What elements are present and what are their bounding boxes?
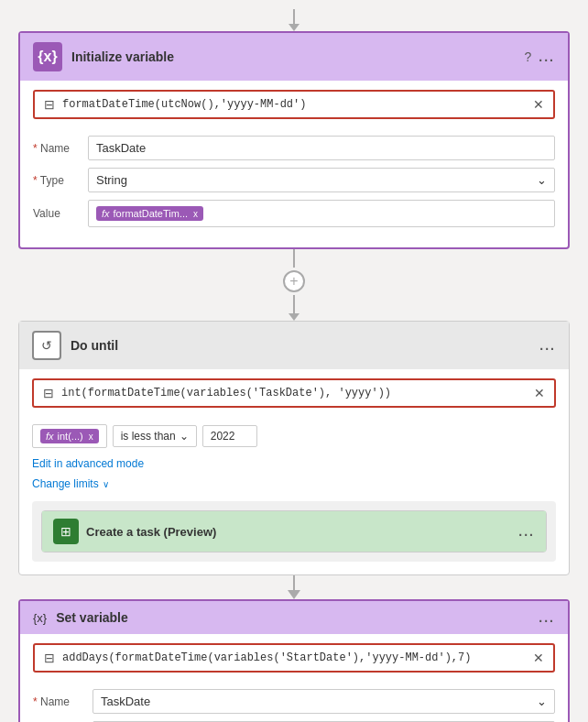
set-var-name-value: TaskDate [101, 695, 150, 708]
create-task-card: ⊞ Create a task (Preview) ... [41, 510, 547, 552]
create-task-icon: ⊞ [53, 519, 79, 544]
set-var-header-icons: ... [539, 610, 555, 625]
top-connector [289, 9, 299, 31]
do-until-icon: ↺ [32, 331, 61, 360]
do-until-card: ↺ Do until ... ⊟ int(formatDateTime(vari… [18, 321, 570, 575]
init-var-header-icons: ? ... [525, 49, 555, 64]
init-var-type-row: Type String ⌄ [33, 168, 555, 192]
cond-operator-select[interactable]: is less than ⌄ [113, 425, 197, 447]
set-var-name-select[interactable]: TaskDate ⌄ [93, 689, 555, 714]
grid-icon: ⊞ [60, 524, 71, 539]
cond-fx-text: int(...) [58, 431, 83, 442]
fx-icon: fx [102, 208, 110, 219]
init-var-title: Initialize variable [71, 49, 516, 64]
init-var-value-label: Value [33, 207, 79, 220]
create-task-header-icons: ... [518, 524, 535, 539]
set-var-body: Name TaskDate ⌄ Value fx addDays(...) x [20, 682, 568, 722]
change-limits-link[interactable]: Change limits [32, 477, 99, 490]
do-until-title: Do until [71, 338, 530, 353]
set-var-title: Set variable [56, 610, 529, 625]
cond-fx-tag: fx int(...) x [40, 429, 99, 443]
set-var-header: {x} Set variable ... [20, 601, 568, 634]
init-var-type-select[interactable]: String ⌄ [88, 168, 555, 192]
init-var-name-row: Name [33, 136, 555, 160]
cond-fx-close[interactable]: x [89, 432, 93, 442]
init-var-type-value: String [96, 173, 127, 187]
cond-value-input[interactable]: 2022 [202, 425, 257, 447]
init-var-expr-text: formatDateTime(utcNow(),'yyyy-MM-dd') [62, 98, 306, 111]
init-var-fx-close[interactable]: x [193, 209, 198, 219]
do-until-header: ↺ Do until ... [19, 322, 569, 369]
expr-icon: ⊟ [44, 97, 55, 112]
init-var-fx-text: formatDateTim... [114, 208, 189, 219]
init-var-value-row: Value fx formatDateTim... x [33, 200, 555, 227]
set-var-expr-badge: ⊟ addDays(formatDateTime(variables('Star… [33, 643, 555, 673]
set-var-expr-icon: ⊟ [44, 651, 55, 665]
init-var-value-box: fx formatDateTim... x [88, 200, 555, 227]
condition-row: fx int(...) x is less than ⌄ 2022 [19, 417, 569, 455]
edit-advanced-link[interactable]: Edit in advanced mode [19, 455, 569, 474]
cond-chevron-icon: ⌄ [180, 430, 189, 443]
do-until-expr-badge: ⊟ int(formatDateTime(variables('TaskDate… [32, 378, 556, 408]
init-var-type-label: Type [33, 174, 79, 187]
cond-left-value: fx int(...) x [32, 424, 107, 448]
change-limits-row: Change limits ∨ [19, 474, 569, 501]
cond-fx-icon: fx [46, 431, 54, 442]
create-task-header: ⊞ Create a task (Preview) ... [42, 511, 546, 552]
do-until-inner: ⊞ Create a task (Preview) ... [32, 501, 556, 562]
set-var-name-chevron: ⌄ [537, 695, 547, 708]
init-var-header: {x} Initialize variable ? ... [20, 33, 568, 81]
set-variable-card: {x} Set variable ... ⊟ addDays(formatDat… [18, 599, 570, 722]
do-until-dots-menu[interactable]: ... [539, 338, 556, 353]
init-var-help-icon[interactable]: ? [525, 49, 532, 64]
set-var-dots-menu[interactable]: ... [539, 610, 555, 625]
set-var-expr-close[interactable]: ✕ [533, 651, 544, 665]
do-until-expr-text: int(formatDateTime(variables('TaskDate')… [61, 387, 391, 399]
create-task-dots-menu[interactable]: ... [518, 524, 535, 539]
init-var-body: Name Type String ⌄ Value fx formatDateTi… [20, 128, 568, 247]
flow-container: {x} Initialize variable ? ... ⊟ formatDa… [0, 0, 588, 722]
big-arrow-connector [288, 575, 300, 599]
init-var-icon: {x} [33, 42, 62, 71]
set-var-icon: {x} [33, 611, 47, 625]
plus-button[interactable]: + [283, 270, 305, 292]
change-limits-chevron: ∨ [103, 479, 109, 489]
do-until-expr-close[interactable]: ✕ [534, 386, 545, 400]
init-var-dots-menu[interactable]: ... [539, 49, 555, 64]
do-until-expr-icon: ⊟ [43, 386, 54, 400]
init-var-expr-close[interactable]: ✕ [533, 97, 544, 112]
init-var-name-label: Name [33, 142, 79, 155]
init-var-expr-badge: ⊟ formatDateTime(utcNow(),'yyyy-MM-dd') … [33, 90, 555, 119]
set-var-name-label: Name [33, 695, 83, 708]
init-var-name-input[interactable] [88, 136, 555, 160]
create-task-title: Create a task (Preview) [86, 525, 511, 539]
set-var-name-row: Name TaskDate ⌄ [33, 689, 555, 714]
chevron-down-icon: ⌄ [537, 173, 547, 187]
cond-operator-text: is less than [121, 430, 176, 443]
do-until-header-icons: ... [539, 338, 556, 353]
initialize-variable-card: {x} Initialize variable ? ... ⊟ formatDa… [18, 31, 570, 249]
init-var-fx-tag: fx formatDateTim... x [96, 206, 203, 221]
plus-connector: + [283, 249, 305, 321]
set-var-expr-text: addDays(formatDateTime(variables('StartD… [62, 651, 471, 664]
